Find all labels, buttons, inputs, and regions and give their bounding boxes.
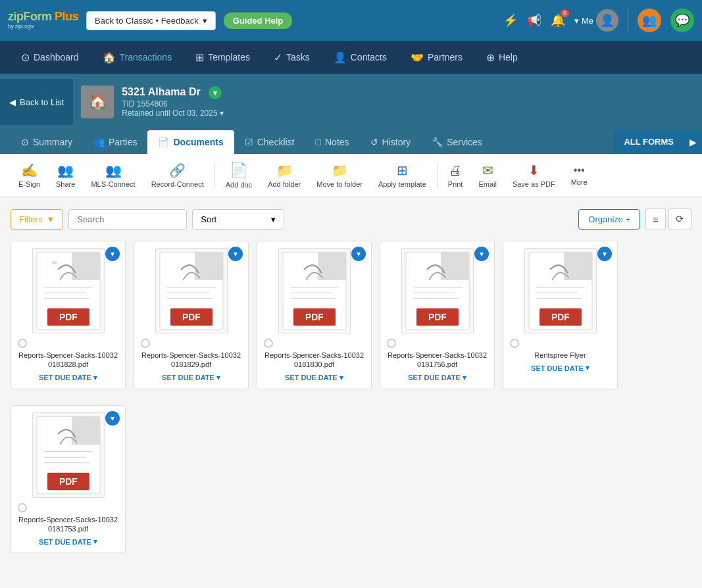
retained-chevron: ▾ xyxy=(220,109,224,118)
tasks-icon: ✓ xyxy=(274,51,282,64)
list-item[interactable]: ▾ PDF Reports-Spencer-Sacks-100320181830… xyxy=(257,241,372,389)
nav-help[interactable]: ⊕ Help xyxy=(476,46,528,69)
pdf-thumbnail: PDF xyxy=(32,412,105,498)
set-due-date-button[interactable]: SET DUE DATE ▾ xyxy=(408,374,466,382)
doc-select-radio[interactable] xyxy=(141,339,150,348)
refresh-button[interactable]: ⟳ xyxy=(668,208,691,230)
mls-connect-button[interactable]: 👥 MLS-Connect xyxy=(83,159,143,192)
set-due-date-button[interactable]: SET DUE DATE ▾ xyxy=(39,374,97,382)
history-icon: ↺ xyxy=(370,137,378,147)
transaction-dropdown[interactable]: ▾ xyxy=(209,86,222,99)
all-forms-button[interactable]: ALL FORMS xyxy=(613,130,684,154)
add-folder-icon: 📁 xyxy=(276,162,293,178)
back-classic-button[interactable]: Back to Classic • Feedback ▾ xyxy=(86,11,216,30)
print-icon: 🖨 xyxy=(449,163,462,178)
esign-button[interactable]: ✍ E-Sign xyxy=(11,159,48,192)
list-item[interactable]: ▾ PDF Rentspree Flyer SET DUE D xyxy=(503,241,618,389)
doc-menu-button[interactable]: ▾ xyxy=(351,247,366,261)
sub-nav-items: ⊙ Summary 👥 Parties 📄 Documents ☑ Checkl… xyxy=(0,130,613,154)
add-folder-button[interactable]: 📁 Add folder xyxy=(260,159,309,192)
doc-select-radio[interactable] xyxy=(387,339,396,348)
doc-menu-button[interactable]: ▾ xyxy=(597,247,612,261)
nav-contacts[interactable]: 👤 Contacts xyxy=(323,46,397,69)
record-connect-button[interactable]: 🔗 Record-Connect xyxy=(143,159,212,192)
doc-select-radio[interactable] xyxy=(264,339,273,348)
search-input[interactable] xyxy=(68,209,187,230)
add-doc-button[interactable]: 📄 Add doc xyxy=(218,158,260,193)
org-avatar[interactable]: 👥 xyxy=(638,9,661,32)
transaction-address: 5321 Alhama Dr ▾ xyxy=(122,86,224,100)
share-button[interactable]: 👥 Share xyxy=(48,159,83,192)
documents-icon: 📄 xyxy=(158,137,169,147)
me-button[interactable]: ▾ Me 👤 xyxy=(574,9,618,32)
set-due-date-button[interactable]: SET DUE DATE ▾ xyxy=(162,374,220,382)
tab-checklist[interactable]: ☑ Checklist xyxy=(234,130,305,154)
list-view-button[interactable]: ≡ xyxy=(645,208,666,230)
tab-summary[interactable]: ⊙ Summary xyxy=(11,130,83,154)
svg-text:PDF: PDF xyxy=(305,312,324,322)
svg-text:PDF: PDF xyxy=(182,312,201,322)
doc-name: Rentspree Flyer xyxy=(534,351,586,360)
sort-dropdown[interactable]: Sort ▾ xyxy=(192,209,284,230)
chevron-down-icon: ▾ xyxy=(93,374,97,382)
bell-icon[interactable]: 🔔 6 xyxy=(551,13,565,28)
print-button[interactable]: 🖨 Print xyxy=(440,159,471,192)
tab-history[interactable]: ↺ History xyxy=(360,130,422,154)
set-due-date-button[interactable]: SET DUE DATE ▾ xyxy=(531,364,589,372)
doc-select-radio[interactable] xyxy=(18,503,27,512)
nav-dashboard[interactable]: ⊙ Dashboard xyxy=(11,46,89,69)
list-item[interactable]: ▾ PDF xyxy=(11,241,126,389)
save-as-pdf-button[interactable]: ⬇ Save as PDF xyxy=(505,159,563,192)
doc-menu-button[interactable]: ▾ xyxy=(105,411,120,426)
nav-tasks[interactable]: ✓ Tasks xyxy=(263,46,320,69)
doc-menu-button[interactable]: ▾ xyxy=(228,247,243,261)
partners-icon: 🤝 xyxy=(411,51,424,64)
list-item[interactable]: ▾ PDF Reports-Spencer-Sacks-100320181829… xyxy=(134,241,249,389)
email-button[interactable]: ✉ Email xyxy=(470,159,505,192)
filter-button[interactable]: Filters ▼ xyxy=(11,209,63,230)
nav-templates[interactable]: ⊞ Templates xyxy=(185,46,261,69)
doc-menu-button[interactable]: ▾ xyxy=(105,247,120,261)
nav-partners[interactable]: 🤝 Partners xyxy=(400,46,473,69)
transaction-id: TID 1554806 xyxy=(122,99,224,109)
chevron-left-icon: ◀ xyxy=(9,97,16,107)
collapse-button[interactable]: ▶ xyxy=(684,130,702,154)
list-item[interactable]: ▾ PDF Reports-Spencer-Sacks-100320181756… xyxy=(380,241,495,389)
set-due-date-button[interactable]: SET DUE DATE ▾ xyxy=(39,537,97,546)
toolbar: ✍ E-Sign 👥 Share 👥 MLS-Connect 🔗 Record-… xyxy=(0,154,702,197)
list-item[interactable]: ▾ PDF Reports-Spencer-Sacks-100320181753… xyxy=(11,405,126,554)
apply-template-button[interactable]: ⊞ Apply template xyxy=(370,159,434,192)
more-button[interactable]: ••• More xyxy=(563,160,595,190)
tab-documents[interactable]: 📄 Documents xyxy=(147,130,234,154)
avatar: 👤 xyxy=(596,9,618,32)
pdf-thumbnail: PDF xyxy=(32,248,105,333)
svg-text:PDF: PDF xyxy=(59,312,78,322)
templates-icon: ⊞ xyxy=(195,51,204,64)
lightning-icon[interactable]: ⚡ xyxy=(503,13,518,28)
svg-text:PDF: PDF xyxy=(551,312,570,322)
help-icon: ⊕ xyxy=(486,51,495,64)
group-avatar[interactable]: 💬 xyxy=(670,9,694,32)
set-due-date-button[interactable]: SET DUE DATE ▾ xyxy=(285,374,343,382)
megaphone-icon[interactable]: 📢 xyxy=(527,13,541,28)
chevron-down-icon: ▾ xyxy=(203,16,207,26)
chevron-down-icon: ▾ xyxy=(93,537,97,546)
svg-rect-8 xyxy=(195,252,223,280)
tab-notes[interactable]: □ Notes xyxy=(305,130,360,154)
guided-help-button[interactable]: Guided Help xyxy=(224,12,293,29)
email-icon: ✉ xyxy=(482,162,493,178)
doc-select-radio[interactable] xyxy=(18,339,27,348)
move-to-folder-button[interactable]: 📁 Move to folder xyxy=(309,159,370,192)
doc-select-radio[interactable] xyxy=(510,339,519,348)
more-icon: ••• xyxy=(574,164,585,176)
back-to-list-button[interactable]: ◀ Back to List xyxy=(0,79,73,125)
doc-name: Reports-Spencer-Sacks-100320181828.pdf xyxy=(18,351,118,370)
doc-menu-button[interactable]: ▾ xyxy=(474,247,489,261)
svg-rect-1 xyxy=(72,252,100,280)
doc-name: Reports-Spencer-Sacks-100320181756.pdf xyxy=(387,351,488,370)
organize-button[interactable]: Organize + xyxy=(578,209,640,230)
tab-parties[interactable]: 👥 Parties xyxy=(83,130,148,154)
share-icon: 👥 xyxy=(57,162,74,178)
nav-transactions[interactable]: 🏠 Transactions xyxy=(92,46,183,69)
tab-services[interactable]: 🔧 Services xyxy=(421,130,493,154)
